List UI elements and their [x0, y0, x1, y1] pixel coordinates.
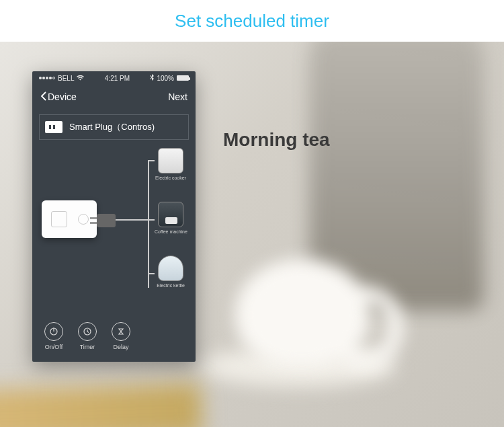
- status-bar: BELL 4:21 PM 100%: [32, 71, 196, 85]
- next-button[interactable]: Next: [168, 91, 187, 102]
- wire-vertical: [148, 160, 149, 288]
- action-label: On/Off: [45, 344, 62, 350]
- appliance-kettle[interactable]: Electric kettle: [155, 256, 187, 288]
- wire-branch: [148, 160, 155, 161]
- page-title: Set scheduled timer: [175, 11, 329, 32]
- wifi-icon: [77, 75, 84, 82]
- appliance-coffee[interactable]: Coffee machine: [155, 202, 187, 234]
- carrier-label: BELL: [58, 75, 74, 82]
- kettle-icon: [158, 256, 183, 281]
- clock-icon: [78, 322, 97, 341]
- battery-icon: [177, 75, 189, 81]
- appliance-label: Coffee machine: [155, 229, 187, 234]
- chevron-left-icon: [40, 91, 46, 103]
- delay-button[interactable]: Delay: [112, 322, 130, 350]
- phone-mockup: BELL 4:21 PM 100% Device Next: [32, 71, 196, 362]
- appliance-label: Electric cooker: [155, 176, 187, 180]
- clock-label: 4:21 PM: [105, 75, 130, 82]
- signal-dots-icon: [39, 77, 55, 79]
- cooker-icon: [158, 148, 183, 173]
- page-header: Set scheduled timer: [0, 0, 504, 42]
- scene-background: Morning tea BELL 4:21 PM 100%: [0, 42, 504, 427]
- coffee-machine-icon: [158, 202, 183, 227]
- action-label: Timer: [80, 344, 95, 350]
- bg-cup: [235, 259, 370, 366]
- feature-label: Morning tea: [223, 129, 330, 151]
- hourglass-icon: [112, 322, 130, 341]
- power-icon: [44, 322, 63, 341]
- wire-branch: [148, 219, 155, 221]
- device-name: Smart Plug（Contros): [69, 121, 155, 133]
- status-right: 100%: [150, 74, 189, 82]
- bottom-actions: On/Off Timer Delay: [32, 316, 196, 362]
- action-label: Delay: [113, 344, 128, 350]
- battery-label: 100%: [157, 75, 174, 82]
- appliance-cooker[interactable]: Electric cooker: [155, 148, 187, 180]
- bg-book: [0, 383, 202, 427]
- device-diagram: Electric cooker Coffee machine Electric …: [32, 140, 196, 316]
- bluetooth-icon: [150, 74, 154, 82]
- plug-icon: [45, 121, 62, 133]
- plug-prong-graphic: [97, 214, 116, 227]
- wire-branch: [148, 273, 155, 274]
- appliance-label: Electric kettle: [155, 283, 187, 288]
- wire-horizontal: [116, 219, 149, 221]
- smart-plug-graphic: [42, 200, 97, 238]
- timer-button[interactable]: Timer: [78, 322, 97, 350]
- status-left: BELL: [39, 75, 84, 82]
- back-label: Device: [48, 91, 77, 102]
- onoff-button[interactable]: On/Off: [44, 322, 63, 350]
- back-button[interactable]: Device: [40, 91, 77, 103]
- device-row[interactable]: Smart Plug（Contros): [39, 114, 189, 140]
- nav-bar: Device Next: [32, 85, 196, 109]
